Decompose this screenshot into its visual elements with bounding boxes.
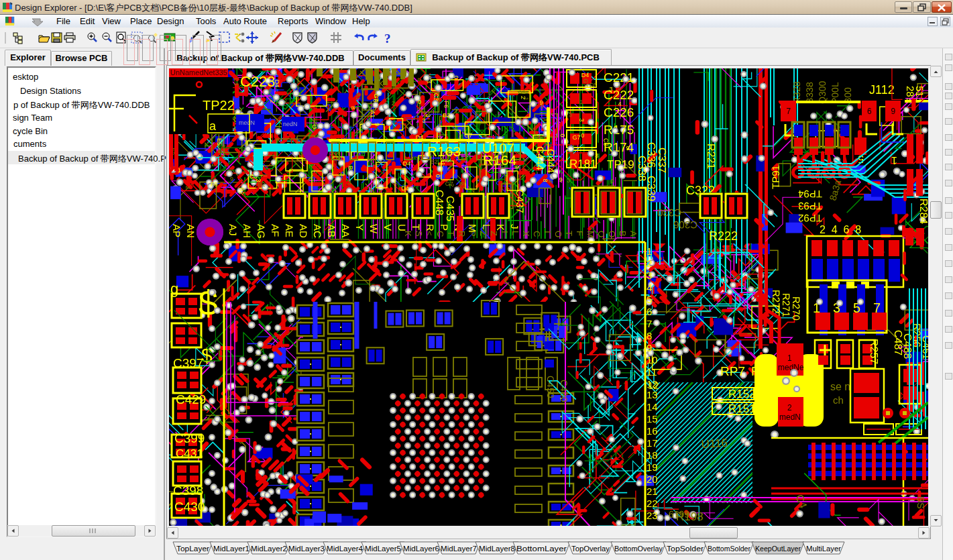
svg-text:TopSolder: TopSolder xyxy=(667,545,704,553)
svg-text:?: ? xyxy=(384,32,391,46)
svg-text:MidLayer3: MidLayer3 xyxy=(288,545,325,553)
svg-text:KeepOutLayer: KeepOutLayer xyxy=(755,545,801,553)
svg-text:TopOverlay: TopOverlay xyxy=(571,545,610,553)
svg-text:MultiLayer: MultiLayer xyxy=(806,545,841,553)
svg-text:MidLayer1: MidLayer1 xyxy=(213,545,249,553)
svg-text:MidLayer2: MidLayer2 xyxy=(251,545,287,553)
svg-text:MidLayer6: MidLayer6 xyxy=(403,545,439,553)
svg-text:MidLayer5: MidLayer5 xyxy=(365,545,401,553)
svg-text:BottomLayer: BottomLayer xyxy=(516,545,567,553)
svg-text:MidLayer8: MidLayer8 xyxy=(479,545,515,553)
svg-text:MidLayer7: MidLayer7 xyxy=(441,545,477,553)
svg-text:BottomOverlay: BottomOverlay xyxy=(614,545,663,553)
svg-text:BottomSolder: BottomSolder xyxy=(708,545,750,553)
svg-text:MidLayer4: MidLayer4 xyxy=(327,545,363,553)
svg-text:TopLayer: TopLayer xyxy=(176,545,209,553)
